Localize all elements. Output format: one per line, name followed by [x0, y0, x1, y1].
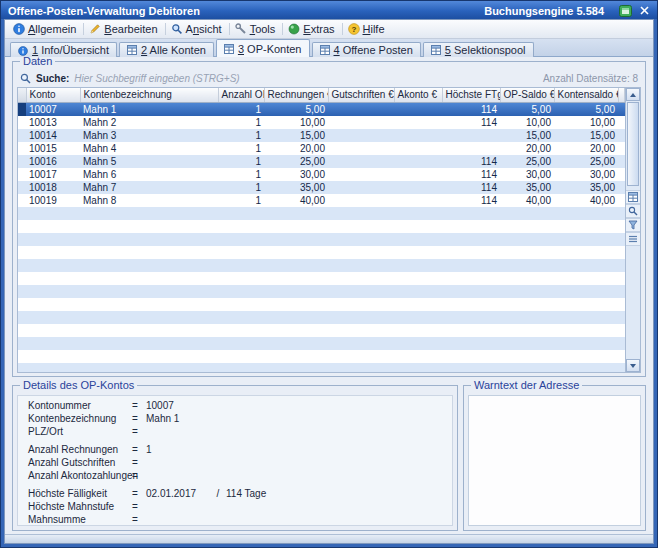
- menu-item-allgemein[interactable]: Allgemein: [9, 22, 82, 36]
- cell[interactable]: [442, 129, 500, 142]
- table-row[interactable]: 10018Mahn 7135,0011435,0035,00: [18, 181, 625, 194]
- cell[interactable]: 25,00: [500, 155, 554, 168]
- cell[interactable]: 35,00: [264, 181, 328, 194]
- column-header-akonto[interactable]: Akonto €: [394, 88, 442, 102]
- cell[interactable]: [394, 102, 442, 116]
- cell[interactable]: [394, 116, 442, 129]
- tab-5-selektionspool[interactable]: 5 Selektionspool: [423, 42, 534, 57]
- list-icon[interactable]: [626, 232, 640, 246]
- table-row[interactable]: 10017Mahn 6130,0011430,0030,00: [18, 168, 625, 181]
- cell[interactable]: [328, 194, 394, 207]
- cell[interactable]: 20,00: [554, 142, 618, 155]
- cell[interactable]: 10014: [26, 129, 80, 142]
- filter-icon[interactable]: [626, 218, 640, 232]
- menu-item-hilfe[interactable]: ?Hilfe: [344, 22, 391, 36]
- cell[interactable]: Mahn 1: [80, 102, 218, 116]
- cell[interactable]: Mahn 7: [80, 181, 218, 194]
- column-header-op-saldo[interactable]: OP-Saldo €: [500, 88, 554, 102]
- cell[interactable]: Mahn 3: [80, 129, 218, 142]
- cell[interactable]: [328, 129, 394, 142]
- cell[interactable]: [394, 155, 442, 168]
- scroll-down-button[interactable]: [626, 359, 640, 372]
- cell[interactable]: Mahn 6: [80, 168, 218, 181]
- cell[interactable]: 30,00: [264, 168, 328, 181]
- cell[interactable]: [442, 142, 500, 155]
- cell[interactable]: 20,00: [500, 142, 554, 155]
- cell[interactable]: 1: [218, 194, 264, 207]
- tab-1-info-bersicht[interactable]: 1 Info/Übersicht: [10, 42, 117, 57]
- cell[interactable]: [394, 129, 442, 142]
- column-header-rechnungen[interactable]: Rechnungen €: [264, 88, 328, 102]
- cell[interactable]: [328, 181, 394, 194]
- cell[interactable]: 114: [442, 102, 500, 116]
- cell[interactable]: 40,00: [264, 194, 328, 207]
- cell[interactable]: 1: [218, 129, 264, 142]
- cell[interactable]: 10,00: [554, 116, 618, 129]
- table-row[interactable]: 10007Mahn 115,001145,005,00: [18, 102, 625, 116]
- cell[interactable]: 1: [218, 102, 264, 116]
- cell[interactable]: 10018: [26, 181, 80, 194]
- cell[interactable]: [394, 142, 442, 155]
- menu-item-extras[interactable]: Extras: [284, 22, 340, 36]
- cell[interactable]: 10,00: [264, 116, 328, 129]
- cell[interactable]: 10,00: [500, 116, 554, 129]
- column-header-h-chste-ftg[interactable]: Höchste FTg.: [442, 88, 500, 102]
- cell[interactable]: 10017: [26, 168, 80, 181]
- column-header-konto[interactable]: Konto: [26, 88, 80, 102]
- cell[interactable]: [328, 102, 394, 116]
- close-icon[interactable]: [636, 4, 652, 18]
- cell[interactable]: [394, 194, 442, 207]
- menu-item-ansicht[interactable]: Ansicht: [167, 22, 228, 36]
- table-row[interactable]: 10019Mahn 8140,0011440,0040,00: [18, 194, 625, 207]
- cell[interactable]: 40,00: [554, 194, 618, 207]
- table-row[interactable]: 10015Mahn 4120,0020,0020,00: [18, 142, 625, 155]
- tab-4-offene-posten[interactable]: 4 Offene Posten: [312, 42, 421, 57]
- cell[interactable]: [328, 155, 394, 168]
- cell[interactable]: [394, 168, 442, 181]
- scroll-up-button[interactable]: [626, 88, 640, 101]
- column-header-anzahl-op[interactable]: Anzahl OP: [218, 88, 264, 102]
- cell[interactable]: 1: [218, 168, 264, 181]
- cell[interactable]: 114: [442, 168, 500, 181]
- cell[interactable]: 10007: [26, 102, 80, 116]
- cell[interactable]: 5,00: [554, 102, 618, 116]
- zoom-icon[interactable]: [626, 204, 640, 218]
- cell[interactable]: [328, 142, 394, 155]
- menu-item-tools[interactable]: Tools: [231, 22, 282, 36]
- cell[interactable]: 5,00: [500, 102, 554, 116]
- cell[interactable]: Mahn 5: [80, 155, 218, 168]
- cell[interactable]: 40,00: [500, 194, 554, 207]
- cell[interactable]: 30,00: [500, 168, 554, 181]
- cell[interactable]: 114: [442, 181, 500, 194]
- cell[interactable]: [328, 116, 394, 129]
- cell[interactable]: 1: [218, 181, 264, 194]
- export-icon[interactable]: [617, 4, 633, 18]
- cell[interactable]: 1: [218, 142, 264, 155]
- menu-item-bearbeiten[interactable]: Bearbeiten: [85, 22, 163, 36]
- cell[interactable]: 10015: [26, 142, 80, 155]
- search-input[interactable]: [74, 73, 538, 84]
- cell[interactable]: Mahn 2: [80, 116, 218, 129]
- cell[interactable]: 5,00: [264, 102, 328, 116]
- cell[interactable]: 35,00: [500, 181, 554, 194]
- cell[interactable]: 114: [442, 194, 500, 207]
- column-header-kontenbezeichnung[interactable]: Kontenbezeichnung: [80, 88, 218, 102]
- table-row[interactable]: 10014Mahn 3115,0015,0015,00: [18, 129, 625, 142]
- cell[interactable]: 1: [218, 116, 264, 129]
- column-header-gutschriften[interactable]: Gutschriften €: [328, 88, 394, 102]
- cell[interactable]: 10019: [26, 194, 80, 207]
- cell[interactable]: 15,00: [500, 129, 554, 142]
- cell[interactable]: 10016: [26, 155, 80, 168]
- column-header-kontensaldo[interactable]: Kontensaldo €: [554, 88, 618, 102]
- cell[interactable]: 25,00: [264, 155, 328, 168]
- scrollbar-thumb[interactable]: [627, 102, 639, 186]
- cell[interactable]: 25,00: [554, 155, 618, 168]
- table-row[interactable]: 10013Mahn 2110,0011410,0010,00: [18, 116, 625, 129]
- tab-2-alle-konten[interactable]: 2 Alle Konten: [119, 42, 214, 57]
- cell[interactable]: Mahn 8: [80, 194, 218, 207]
- tab-3-op-konten[interactable]: 3 OP-Konten: [216, 39, 310, 57]
- table-row[interactable]: 10016Mahn 5125,0011425,0025,00: [18, 155, 625, 168]
- cell[interactable]: 15,00: [554, 129, 618, 142]
- cell[interactable]: 15,00: [264, 129, 328, 142]
- cell[interactable]: [328, 168, 394, 181]
